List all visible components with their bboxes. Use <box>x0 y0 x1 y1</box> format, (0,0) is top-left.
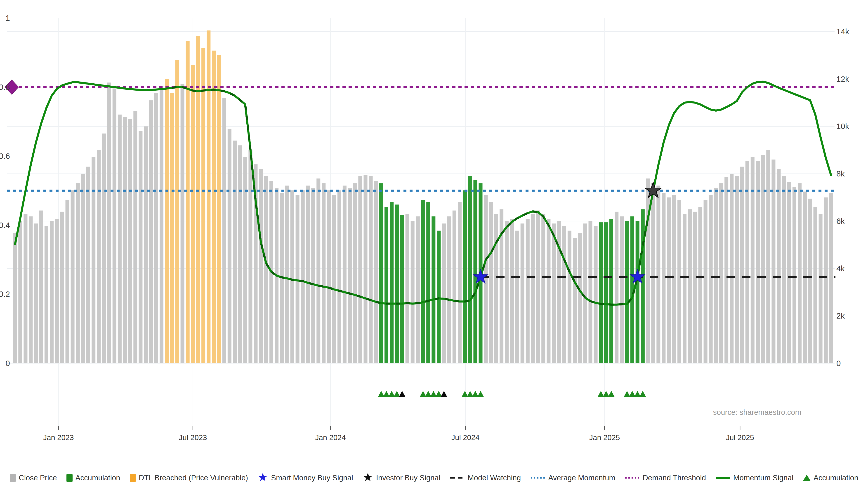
accumulation-bar-swatch-icon <box>66 474 72 482</box>
momentum-signal-swatch-icon <box>715 476 730 480</box>
legend-item-label: Demand Threshold <box>643 474 706 482</box>
price-bar-accumulation <box>625 221 629 363</box>
legend-item-smart-money-buy[interactable]: ★Smart Money Buy Signal <box>257 474 353 482</box>
price-bar-accumulation <box>395 204 399 363</box>
price-bar <box>484 195 488 363</box>
accumulation-tri-swatch-icon <box>803 475 811 481</box>
legend-item-accumulation-tri[interactable]: Accumulation <box>803 474 858 482</box>
price-bar <box>92 157 95 363</box>
y-axis-label-left: 0 <box>6 359 10 367</box>
price-bar <box>730 174 734 363</box>
legend: Close PriceAccumulationDTL Breached (Pri… <box>0 474 868 482</box>
price-bar <box>133 111 137 363</box>
price-bar <box>149 100 153 363</box>
legend-item-label: Accumulation <box>75 474 120 482</box>
accumulation-triangle-marker <box>477 391 484 397</box>
legend-item-model-watching[interactable]: Model Watching <box>450 474 521 482</box>
price-bar-accumulation <box>437 231 440 363</box>
price-bar <box>34 223 38 363</box>
price-bar <box>526 219 530 363</box>
price-bar <box>808 199 812 363</box>
legend-item-momentum-signal[interactable]: Momentum Signal <box>715 474 794 482</box>
price-bar <box>113 89 116 363</box>
price-bar <box>39 210 43 363</box>
price-bar <box>819 214 823 363</box>
price-bar <box>735 176 739 363</box>
legend-item-label: Investor Buy Signal <box>376 474 440 482</box>
price-bar <box>233 140 237 363</box>
y-axis-label-left: 0.2 <box>0 290 10 298</box>
price-bar <box>343 186 346 363</box>
price-bar <box>238 145 242 363</box>
y-axis-label-right: 6k <box>836 217 845 225</box>
price-bar <box>829 193 833 363</box>
price-bar <box>76 183 80 363</box>
price-bar <box>547 219 550 363</box>
price-bar <box>358 176 362 363</box>
price-bar <box>374 181 378 363</box>
price-bar-dtl-breached <box>165 79 168 363</box>
accumulation-triangle-marker <box>608 391 615 397</box>
legend-item-label: Accumulation <box>813 474 858 482</box>
price-bar <box>704 200 708 363</box>
price-bar <box>793 187 796 363</box>
price-bar <box>327 191 331 363</box>
price-bar <box>552 223 556 363</box>
price-bar <box>567 231 571 363</box>
price-bar <box>683 214 686 363</box>
price-bar-accumulation <box>610 219 613 363</box>
legend-item-demand-threshold[interactable]: Demand Threshold <box>625 474 706 482</box>
price-bar <box>154 93 158 363</box>
price-bar <box>160 86 163 363</box>
price-bar <box>102 133 106 363</box>
x-axis-label: Jul 2024 <box>452 433 480 442</box>
legend-item-average-momentum[interactable]: Average Momentum <box>530 474 615 482</box>
price-bar <box>411 221 414 363</box>
price-bar-dtl-breached <box>202 48 205 363</box>
accumulation-triangle-marker <box>639 391 646 397</box>
y-axis-label-right: 14k <box>836 27 849 36</box>
price-bar-dtl-breached <box>217 55 221 363</box>
price-bar <box>316 178 320 363</box>
price-bar <box>662 193 665 363</box>
price-bar <box>766 150 770 363</box>
accumulation-triangle-black-marker <box>399 391 405 397</box>
y-axis-label-right: 12k <box>836 74 849 84</box>
model-watching-swatch-icon <box>450 476 465 480</box>
price-bar <box>709 195 713 363</box>
price-bar <box>615 212 618 363</box>
price-bar <box>306 186 310 363</box>
price-bar <box>259 169 263 363</box>
legend-item-investor-buy[interactable]: ★Investor Buy Signal <box>363 474 440 482</box>
dtl-breached-swatch-icon <box>130 474 136 482</box>
price-bar <box>667 197 671 363</box>
price-bar-accumulation <box>641 209 645 363</box>
price-bar <box>301 191 305 363</box>
legend-item-dtl-breached[interactable]: DTL Breached (Price Vulnerable) <box>130 474 248 482</box>
price-bar-accumulation <box>599 222 603 363</box>
legend-item-label: Momentum Signal <box>733 474 794 482</box>
demand-threshold-swatch-icon <box>625 476 640 480</box>
price-bar <box>651 183 655 363</box>
price-bar <box>228 129 231 363</box>
legend-item-accumulation-bar[interactable]: Accumulation <box>66 474 120 482</box>
y-axis-label-left: 1 <box>6 13 10 22</box>
price-bar-accumulation <box>421 200 425 363</box>
price-bar <box>494 214 498 363</box>
investor-buy-swatch-icon: ★ <box>363 474 373 481</box>
price-bar <box>332 195 336 363</box>
price-bar <box>264 176 268 363</box>
x-axis-label: Jan 2025 <box>589 433 620 442</box>
price-bar <box>521 223 524 363</box>
y-axis-label-left: 0.4 <box>0 221 10 230</box>
price-bar <box>107 83 111 363</box>
legend-item-close-price[interactable]: Close Price <box>10 474 57 482</box>
price-bar-accumulation <box>473 180 477 363</box>
price-bar-accumulation <box>636 221 640 363</box>
price-bar <box>541 214 545 363</box>
legend-item-label: Smart Money Buy Signal <box>271 474 353 482</box>
price-bar <box>719 183 723 363</box>
price-bar <box>583 223 587 363</box>
price-bar <box>515 231 519 363</box>
price-bar-dtl-breached <box>212 51 216 363</box>
